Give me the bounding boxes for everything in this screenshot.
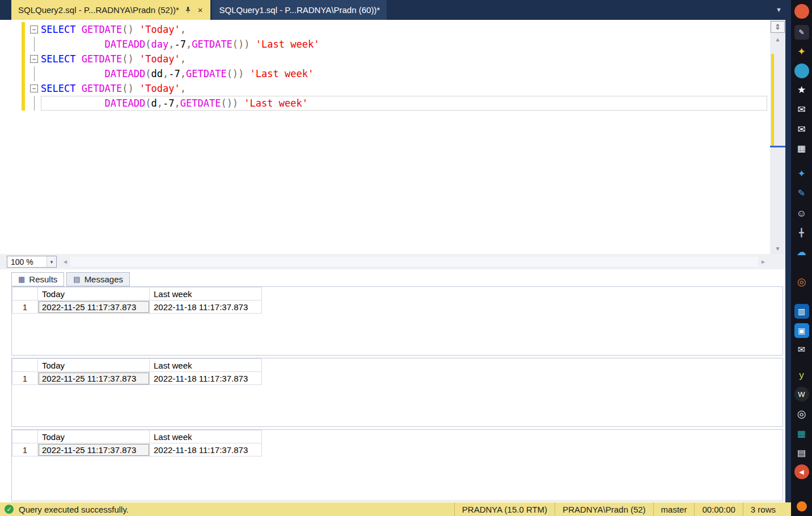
back-nav-icon[interactable]: ◀ bbox=[794, 464, 809, 479]
code-token: ()) bbox=[227, 68, 244, 79]
messages-icon: ▤ bbox=[73, 275, 80, 284]
status-bar: ✓ Query executed successfully. PRADNYA (… bbox=[0, 502, 791, 516]
grid-cell[interactable]: 2022-11-18 11:17:37.873 bbox=[150, 443, 262, 456]
editor-horizontal-scrollbar[interactable]: ◄ ► bbox=[60, 254, 768, 269]
collapse-box-icon[interactable]: − bbox=[30, 26, 38, 33]
editor-split-handle[interactable]: ⇕ bbox=[771, 21, 785, 33]
row-header[interactable]: 1 bbox=[12, 301, 38, 314]
tab-messages[interactable]: ▤ Messages bbox=[66, 272, 130, 286]
tab-sqlquery1[interactable]: SQLQuery1.sql - P...RADNYA\Pradn (60))* bbox=[212, 0, 387, 20]
row-header[interactable]: 1 bbox=[12, 443, 38, 456]
analytics-app-icon[interactable]: ▥ bbox=[794, 304, 809, 319]
edge-browser-icon[interactable] bbox=[794, 64, 809, 78]
table-row: 12022-11-25 11:17:37.8732022-11-18 11:17… bbox=[12, 301, 262, 314]
settings-tool-icon[interactable]: ╋ bbox=[794, 225, 809, 240]
code-line[interactable]: −SELECT GETDATE() 'Today', bbox=[0, 52, 767, 66]
results-grid-1[interactable]: TodayLast week12022-11-25 11:17:37.87320… bbox=[11, 286, 783, 356]
grid-cell-selected[interactable]: 2022-11-25 11:17:37.873 bbox=[38, 443, 150, 456]
grid-cell[interactable]: 2022-11-18 11:17:37.873 bbox=[150, 301, 262, 314]
code-line[interactable]: DATEADD(d,-7,GETDATE()) 'Last week' bbox=[0, 96, 767, 111]
chat-app-icon-glyph: ✎ bbox=[798, 29, 804, 36]
zoom-dropdown-icon[interactable]: ▾ bbox=[46, 256, 56, 267]
results-grid-icon: ▦ bbox=[18, 275, 25, 284]
collapse-box-icon[interactable]: − bbox=[30, 55, 38, 63]
horizontal-scroll-track[interactable] bbox=[70, 257, 758, 267]
ssms-window: SQLQuery2.sql - P...RADNYA\Pradn (52))* … bbox=[0, 0, 812, 516]
close-icon[interactable]: × bbox=[197, 5, 204, 15]
results-grid-3[interactable]: TodayLast week12022-11-25 11:17:37.87320… bbox=[11, 429, 783, 501]
column-header-today[interactable]: Today bbox=[38, 430, 150, 443]
outlook-mail-icon[interactable]: ✉ bbox=[794, 122, 809, 137]
column-header-last-week[interactable]: Last week bbox=[150, 359, 262, 372]
favorites-star-icon-glyph: ★ bbox=[797, 85, 806, 95]
edit-tool-icon[interactable]: ✎ bbox=[794, 186, 809, 201]
firefox-browser-icon[interactable] bbox=[794, 4, 809, 19]
grid-cell[interactable]: 2022-11-18 11:17:37.873 bbox=[150, 372, 262, 385]
code-token: ( bbox=[145, 68, 151, 79]
code-area[interactable]: −SELECT GETDATE() 'Today', DATEADD(day,-… bbox=[0, 22, 767, 111]
code-token: 'Last week' bbox=[250, 68, 314, 79]
pin-tool-icon[interactable]: ✦ bbox=[794, 166, 809, 181]
grid-corner-cell[interactable] bbox=[12, 287, 38, 301]
code-token bbox=[41, 39, 105, 50]
cloud-app-icon[interactable]: ☁ bbox=[794, 244, 809, 259]
fold-collapse-gutter: − bbox=[0, 52, 41, 66]
compose-mail-icon[interactable]: ✉ bbox=[794, 342, 809, 357]
ring-app-icon[interactable]: ◎ bbox=[794, 274, 809, 289]
code-token: GETDATE bbox=[180, 98, 221, 109]
sql-editor[interactable]: −SELECT GETDATE() 'Today', DATEADD(day,-… bbox=[0, 20, 791, 254]
tab-sqlquery2[interactable]: SQLQuery2.sql - P...RADNYA\Pradn (52))* … bbox=[11, 0, 210, 20]
code-token: , bbox=[186, 39, 192, 50]
column-header-today[interactable]: Today bbox=[38, 359, 150, 372]
bank-app-icon[interactable]: ▦ bbox=[794, 426, 809, 441]
fold-guide-line bbox=[34, 96, 35, 111]
tab-list-chevron-icon[interactable]: ▼ bbox=[776, 6, 782, 13]
collapse-box-icon[interactable]: − bbox=[30, 84, 38, 92]
code-token: 'Last week' bbox=[256, 39, 320, 50]
photos-icon[interactable]: ▦ bbox=[794, 141, 809, 156]
code-token: 'Today' bbox=[139, 83, 180, 94]
pin-icon[interactable] bbox=[184, 6, 192, 14]
code-line[interactable]: −SELECT GETDATE() 'Today', bbox=[0, 81, 767, 96]
status-duration: 00:00:00 bbox=[694, 502, 742, 516]
chat-app-icon[interactable]: ✎ bbox=[794, 25, 809, 40]
wordpress-icon[interactable]: W bbox=[794, 387, 809, 401]
zoom-select[interactable]: 100 % ▾ bbox=[7, 256, 57, 268]
contacts-icon[interactable]: ☺ bbox=[794, 206, 809, 221]
results-grid-2[interactable]: TodayLast week12022-11-25 11:17:37.87320… bbox=[11, 358, 783, 427]
tab-results[interactable]: ▦ Results bbox=[11, 272, 64, 286]
results-table: TodayLast week12022-11-25 11:17:37.87320… bbox=[12, 358, 262, 385]
column-header-last-week[interactable]: Last week bbox=[150, 287, 262, 301]
code-token: DATEADD bbox=[105, 39, 146, 50]
code-line[interactable]: DATEADD(dd,-7,GETDATE()) 'Last week' bbox=[0, 66, 767, 81]
grid-cell-selected[interactable]: 2022-11-25 11:17:37.873 bbox=[38, 301, 150, 314]
code-token: ( bbox=[145, 98, 151, 109]
code-line[interactable]: DATEADD(day,-7,GETDATE()) 'Last week' bbox=[0, 37, 767, 52]
code-line[interactable]: −SELECT GETDATE() 'Today', bbox=[0, 22, 767, 37]
analytics-app-icon-glyph: ▥ bbox=[798, 307, 805, 315]
code-token: , bbox=[180, 53, 186, 65]
notification-dot-icon[interactable] bbox=[797, 501, 807, 511]
target-app-icon[interactable]: ◎ bbox=[794, 407, 809, 421]
grid-corner-cell[interactable] bbox=[12, 359, 38, 372]
mail-icon[interactable]: ✉ bbox=[794, 102, 809, 117]
scroll-left-icon[interactable]: ◄ bbox=[60, 259, 70, 265]
column-header-today[interactable]: Today bbox=[38, 287, 150, 301]
fold-collapse-gutter: − bbox=[0, 81, 41, 96]
dev-app-icon[interactable]: ▣ bbox=[794, 323, 809, 338]
scroll-down-icon[interactable]: ▼ bbox=[770, 244, 785, 254]
editor-vertical-scrollbar[interactable]: ▲ ▼ bbox=[770, 20, 785, 254]
grid-cell-selected[interactable]: 2022-11-25 11:17:37.873 bbox=[38, 372, 150, 385]
emoji-hand-icon-glyph: ✦ bbox=[797, 46, 806, 57]
y-app-icon[interactable]: y bbox=[794, 367, 809, 382]
column-header-last-week[interactable]: Last week bbox=[150, 430, 262, 443]
tab-messages-label: Messages bbox=[84, 274, 123, 284]
code-token bbox=[134, 24, 139, 35]
favorites-star-icon[interactable]: ★ bbox=[794, 82, 809, 97]
emoji-hand-icon[interactable]: ✦ bbox=[794, 44, 809, 59]
tasks-list-icon[interactable]: ▤ bbox=[794, 446, 809, 460]
grid-corner-cell[interactable] bbox=[12, 430, 38, 443]
row-header[interactable]: 1 bbox=[12, 372, 38, 385]
scroll-right-icon[interactable]: ► bbox=[758, 259, 768, 265]
scroll-up-icon[interactable]: ▲ bbox=[770, 35, 785, 45]
